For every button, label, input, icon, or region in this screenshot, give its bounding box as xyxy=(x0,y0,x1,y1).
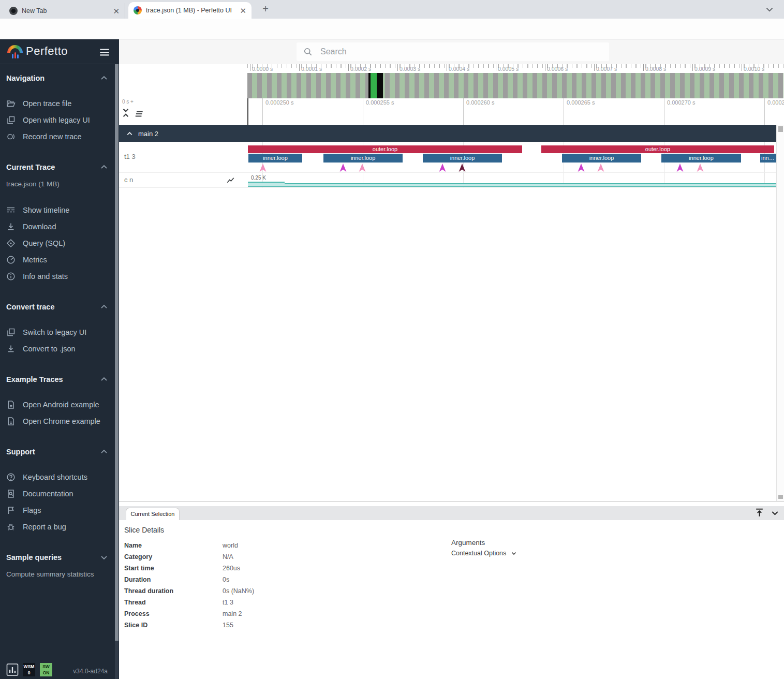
folder-open-icon xyxy=(6,99,16,108)
timeline-vertical-scrollbar[interactable] xyxy=(776,125,784,501)
sidebar-item-query-sql[interactable]: Query (SQL) xyxy=(0,235,115,252)
sidebar-item-show-timeline[interactable]: Show timeline xyxy=(0,202,115,218)
process-group-header[interactable]: main 2 xyxy=(119,125,776,142)
slice-outer-loop[interactable]: outer.loop xyxy=(248,145,522,153)
sidebar-item-metrics[interactable]: Metrics xyxy=(0,252,115,268)
instant-arrow-magenta[interactable] xyxy=(578,164,585,172)
tab-title: trace.json (1 MB) - Perfetto UI xyxy=(146,7,235,14)
ruler-tick-label: 0.0005 s xyxy=(498,66,519,72)
slice-inner-loop[interactable]: inner.loop xyxy=(323,154,403,163)
tab-current-selection[interactable]: Current Selection xyxy=(126,508,180,520)
new-tab-button[interactable]: + xyxy=(259,3,272,16)
scrollbar-thumb-bottom[interactable] xyxy=(778,495,783,499)
menu-hamburger-icon[interactable] xyxy=(98,46,111,58)
counter-segment[interactable] xyxy=(248,182,285,187)
chevron-up-icon[interactable] xyxy=(99,73,109,83)
slice-detail-row-thread: Threadt1 3 xyxy=(124,597,254,608)
slice-inner-loop[interactable]: inner.loop xyxy=(760,154,776,163)
instant-arrow-maroon[interactable] xyxy=(458,164,466,172)
detail-value: 260us xyxy=(223,565,240,572)
instant-arrow-magenta[interactable] xyxy=(439,164,446,172)
ruler-major-tick xyxy=(496,64,496,71)
detail-key: Duration xyxy=(124,576,223,583)
legacy-ui-icon xyxy=(6,328,16,337)
sidebar-footer: WSM0 SWON v34.0-ad24a xyxy=(0,655,115,679)
chevron-up-icon[interactable] xyxy=(99,447,109,456)
sidebar-item-report-a-bug[interactable]: Report a bug xyxy=(0,519,115,535)
chevron-up-icon[interactable] xyxy=(126,130,134,138)
sidebar-item-open-chrome-example[interactable]: Open Chrome example xyxy=(0,413,115,430)
sidebar-section-header-example-traces[interactable]: Example Traces xyxy=(0,375,115,384)
overview-minimap[interactable] xyxy=(247,73,783,98)
sidebar-item-open-with-legacy-ui[interactable]: Open with legacy UI xyxy=(0,112,115,128)
time-gridline xyxy=(764,98,765,125)
detail-value: N/A xyxy=(223,553,233,560)
search-input[interactable]: Search xyxy=(297,42,609,61)
slice-inner-loop[interactable]: inner.loop xyxy=(423,154,502,163)
slice-inner-loop[interactable]: inner.loop xyxy=(661,154,741,163)
hiring-chart-icon[interactable] xyxy=(6,663,19,676)
instant-arrow-pink[interactable] xyxy=(697,164,704,172)
slice-inner-loop[interactable]: inner.loop xyxy=(562,154,641,163)
collapse-tracks-icon[interactable] xyxy=(121,108,131,118)
tab-close-icon[interactable]: ✕ xyxy=(240,7,246,14)
query-icon xyxy=(6,239,16,248)
sidebar-item-download[interactable]: Download xyxy=(0,218,115,235)
detail-value: t1 3 xyxy=(223,599,233,606)
instant-arrow-magenta[interactable] xyxy=(339,164,347,172)
ruler-major-tick xyxy=(545,64,545,71)
sidebar-item-switch-to-legacy-ui[interactable]: Switch to legacy UI xyxy=(0,324,115,341)
sidebar-section-header-current-trace[interactable]: Current Trace xyxy=(0,163,115,172)
collapse-panel-chevron-icon[interactable] xyxy=(770,508,780,519)
expand-panel-icon[interactable] xyxy=(754,507,765,518)
contextual-options-dropdown[interactable]: Contextual Options xyxy=(451,550,517,557)
tab-search-chevron-icon[interactable] xyxy=(764,4,775,15)
detail-value: 155 xyxy=(223,622,233,629)
tab-close-icon[interactable]: ✕ xyxy=(113,7,120,15)
ruler-major-tick xyxy=(348,64,349,71)
browser-tab-perfetto[interactable]: trace.json (1 MB) - Perfetto UI ✕ xyxy=(128,2,252,19)
minimap-selection[interactable] xyxy=(368,73,383,98)
chevron-up-icon[interactable] xyxy=(99,302,109,312)
chevron-up-icon[interactable] xyxy=(99,375,109,384)
sidebar-scrollbar-thumb[interactable] xyxy=(115,64,119,641)
bug-icon xyxy=(6,522,16,532)
ruler-tick-label: 0.0008 s xyxy=(645,66,666,72)
sidebar-scrollbar[interactable] xyxy=(115,64,119,679)
chevron-up-icon[interactable] xyxy=(99,163,109,172)
slice-outer-loop[interactable]: outer.loop xyxy=(541,145,774,153)
sidebar-item-keyboard-shortcuts[interactable]: Keyboard shortcuts xyxy=(0,469,115,485)
instant-arrow-pink[interactable] xyxy=(597,164,604,172)
minimap-selection-highlight xyxy=(371,73,377,98)
slice-inner-loop[interactable]: inner.loop xyxy=(248,154,302,163)
scrollbar-thumb[interactable] xyxy=(778,126,783,132)
instant-arrow-pink[interactable] xyxy=(359,164,366,172)
sidebar-item-record-new-trace[interactable]: Record new trace xyxy=(0,128,115,145)
sidebar-item-documentation[interactable]: Documentation xyxy=(0,485,115,502)
counter-track-label[interactable]: c n xyxy=(124,176,133,184)
instant-arrow-pink[interactable] xyxy=(259,164,267,172)
omnibox-bar: Search xyxy=(119,39,784,64)
sidebar-item-open-trace-file[interactable]: Open trace file xyxy=(0,95,115,112)
thread-track-label[interactable]: t1 3 xyxy=(124,153,136,160)
ruler-tick-label: 0.0007 s xyxy=(596,66,617,72)
sidebar-section-header-sample-queries[interactable]: Sample queries xyxy=(0,553,115,562)
clear-all-icon[interactable] xyxy=(134,109,144,119)
browser-tab-newtab[interactable]: New Tab ✕ xyxy=(4,3,125,19)
counter-segment[interactable] xyxy=(285,183,782,187)
sidebar-header: Perfetto xyxy=(0,39,115,64)
sidebar-item-convert-to-json[interactable]: Convert to .json xyxy=(0,341,115,357)
chevron-down-icon[interactable] xyxy=(99,553,109,562)
sidebar-item-flags[interactable]: Flags xyxy=(0,502,115,519)
show-chart-icon[interactable] xyxy=(226,176,235,185)
instant-arrow-magenta[interactable] xyxy=(676,164,684,172)
sidebar-section-header-navigation[interactable]: Navigation xyxy=(0,73,115,83)
sidebar-section-header-convert-trace[interactable]: Convert trace xyxy=(0,302,115,312)
sidebar-item-open-android-example[interactable]: Open Android example xyxy=(0,396,115,413)
sidebar-item-info-and-stats[interactable]: Info and stats xyxy=(0,268,115,285)
ruler-tick-label: 0.0000 s xyxy=(252,66,273,72)
viewport-left-edge xyxy=(247,98,248,125)
sidebar-sections: NavigationOpen trace fileOpen with legac… xyxy=(0,64,115,654)
sidebar-section-header-support[interactable]: Support xyxy=(0,447,115,456)
time-grid-label: 0.000260 s xyxy=(466,99,494,106)
